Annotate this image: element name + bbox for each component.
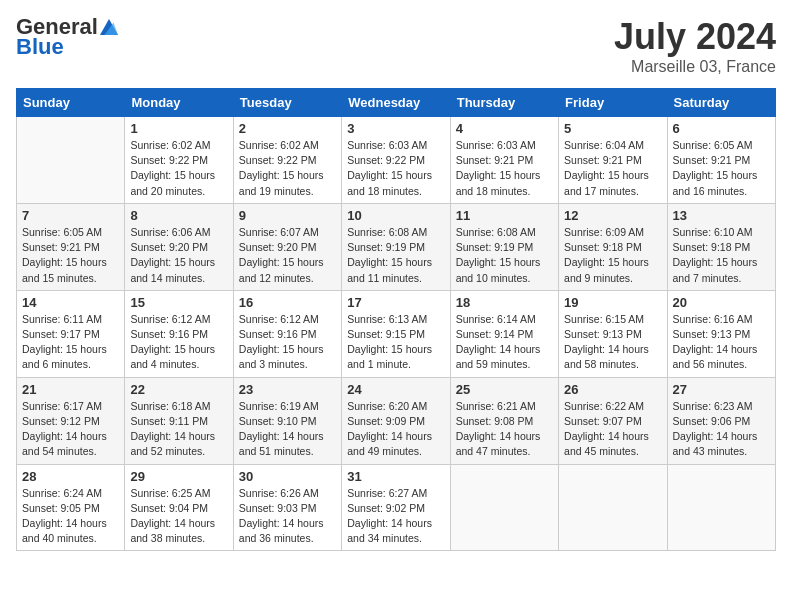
day-info: Sunrise: 6:12 AM Sunset: 9:16 PM Dayligh… (130, 312, 227, 373)
calendar-day: 29Sunrise: 6:25 AM Sunset: 9:04 PM Dayli… (125, 464, 233, 551)
page-header: General Blue July 2024 Marseille 03, Fra… (16, 16, 776, 76)
day-info: Sunrise: 6:25 AM Sunset: 9:04 PM Dayligh… (130, 486, 227, 547)
month-title: July 2024 (614, 16, 776, 58)
calendar-day: 28Sunrise: 6:24 AM Sunset: 9:05 PM Dayli… (17, 464, 125, 551)
day-number: 28 (22, 469, 119, 484)
day-number: 16 (239, 295, 336, 310)
day-info: Sunrise: 6:10 AM Sunset: 9:18 PM Dayligh… (673, 225, 770, 286)
header-thursday: Thursday (450, 89, 558, 117)
calendar-table: SundayMondayTuesdayWednesdayThursdayFrid… (16, 88, 776, 551)
calendar-day: 7Sunrise: 6:05 AM Sunset: 9:21 PM Daylig… (17, 203, 125, 290)
day-number: 3 (347, 121, 444, 136)
day-info: Sunrise: 6:15 AM Sunset: 9:13 PM Dayligh… (564, 312, 661, 373)
day-info: Sunrise: 6:17 AM Sunset: 9:12 PM Dayligh… (22, 399, 119, 460)
calendar-day: 22Sunrise: 6:18 AM Sunset: 9:11 PM Dayli… (125, 377, 233, 464)
day-number: 6 (673, 121, 770, 136)
location-title: Marseille 03, France (614, 58, 776, 76)
day-info: Sunrise: 6:07 AM Sunset: 9:20 PM Dayligh… (239, 225, 336, 286)
day-info: Sunrise: 6:02 AM Sunset: 9:22 PM Dayligh… (130, 138, 227, 199)
day-number: 9 (239, 208, 336, 223)
day-number: 19 (564, 295, 661, 310)
day-number: 20 (673, 295, 770, 310)
logo-icon (100, 18, 118, 36)
calendar-day: 23Sunrise: 6:19 AM Sunset: 9:10 PM Dayli… (233, 377, 341, 464)
day-info: Sunrise: 6:23 AM Sunset: 9:06 PM Dayligh… (673, 399, 770, 460)
calendar-day: 16Sunrise: 6:12 AM Sunset: 9:16 PM Dayli… (233, 290, 341, 377)
day-info: Sunrise: 6:21 AM Sunset: 9:08 PM Dayligh… (456, 399, 553, 460)
calendar-day: 14Sunrise: 6:11 AM Sunset: 9:17 PM Dayli… (17, 290, 125, 377)
day-info: Sunrise: 6:13 AM Sunset: 9:15 PM Dayligh… (347, 312, 444, 373)
calendar-day: 20Sunrise: 6:16 AM Sunset: 9:13 PM Dayli… (667, 290, 775, 377)
day-number: 11 (456, 208, 553, 223)
day-info: Sunrise: 6:20 AM Sunset: 9:09 PM Dayligh… (347, 399, 444, 460)
header-saturday: Saturday (667, 89, 775, 117)
calendar-day: 5Sunrise: 6:04 AM Sunset: 9:21 PM Daylig… (559, 117, 667, 204)
calendar-day: 9Sunrise: 6:07 AM Sunset: 9:20 PM Daylig… (233, 203, 341, 290)
calendar-day (17, 117, 125, 204)
day-number: 8 (130, 208, 227, 223)
day-number: 5 (564, 121, 661, 136)
calendar-day: 12Sunrise: 6:09 AM Sunset: 9:18 PM Dayli… (559, 203, 667, 290)
day-number: 18 (456, 295, 553, 310)
day-info: Sunrise: 6:03 AM Sunset: 9:21 PM Dayligh… (456, 138, 553, 199)
calendar-day: 27Sunrise: 6:23 AM Sunset: 9:06 PM Dayli… (667, 377, 775, 464)
calendar-header-row: SundayMondayTuesdayWednesdayThursdayFrid… (17, 89, 776, 117)
calendar-day: 6Sunrise: 6:05 AM Sunset: 9:21 PM Daylig… (667, 117, 775, 204)
calendar-day (667, 464, 775, 551)
day-number: 21 (22, 382, 119, 397)
day-number: 17 (347, 295, 444, 310)
day-info: Sunrise: 6:11 AM Sunset: 9:17 PM Dayligh… (22, 312, 119, 373)
calendar-day: 3Sunrise: 6:03 AM Sunset: 9:22 PM Daylig… (342, 117, 450, 204)
day-number: 12 (564, 208, 661, 223)
day-number: 4 (456, 121, 553, 136)
day-number: 25 (456, 382, 553, 397)
calendar-day: 2Sunrise: 6:02 AM Sunset: 9:22 PM Daylig… (233, 117, 341, 204)
day-info: Sunrise: 6:08 AM Sunset: 9:19 PM Dayligh… (347, 225, 444, 286)
header-monday: Monday (125, 89, 233, 117)
calendar-day: 8Sunrise: 6:06 AM Sunset: 9:20 PM Daylig… (125, 203, 233, 290)
day-info: Sunrise: 6:22 AM Sunset: 9:07 PM Dayligh… (564, 399, 661, 460)
day-info: Sunrise: 6:27 AM Sunset: 9:02 PM Dayligh… (347, 486, 444, 547)
day-number: 1 (130, 121, 227, 136)
day-number: 23 (239, 382, 336, 397)
day-info: Sunrise: 6:08 AM Sunset: 9:19 PM Dayligh… (456, 225, 553, 286)
day-number: 13 (673, 208, 770, 223)
day-number: 31 (347, 469, 444, 484)
header-wednesday: Wednesday (342, 89, 450, 117)
calendar-week-2: 7Sunrise: 6:05 AM Sunset: 9:21 PM Daylig… (17, 203, 776, 290)
month-title-block: July 2024 Marseille 03, France (614, 16, 776, 76)
calendar-day: 1Sunrise: 6:02 AM Sunset: 9:22 PM Daylig… (125, 117, 233, 204)
calendar-day: 15Sunrise: 6:12 AM Sunset: 9:16 PM Dayli… (125, 290, 233, 377)
calendar-day: 24Sunrise: 6:20 AM Sunset: 9:09 PM Dayli… (342, 377, 450, 464)
day-info: Sunrise: 6:05 AM Sunset: 9:21 PM Dayligh… (673, 138, 770, 199)
day-number: 10 (347, 208, 444, 223)
calendar-day (559, 464, 667, 551)
calendar-day: 17Sunrise: 6:13 AM Sunset: 9:15 PM Dayli… (342, 290, 450, 377)
day-info: Sunrise: 6:12 AM Sunset: 9:16 PM Dayligh… (239, 312, 336, 373)
calendar-week-4: 21Sunrise: 6:17 AM Sunset: 9:12 PM Dayli… (17, 377, 776, 464)
day-number: 27 (673, 382, 770, 397)
calendar-week-1: 1Sunrise: 6:02 AM Sunset: 9:22 PM Daylig… (17, 117, 776, 204)
calendar-day (450, 464, 558, 551)
day-info: Sunrise: 6:09 AM Sunset: 9:18 PM Dayligh… (564, 225, 661, 286)
day-number: 22 (130, 382, 227, 397)
calendar-day: 25Sunrise: 6:21 AM Sunset: 9:08 PM Dayli… (450, 377, 558, 464)
day-number: 2 (239, 121, 336, 136)
day-info: Sunrise: 6:06 AM Sunset: 9:20 PM Dayligh… (130, 225, 227, 286)
header-tuesday: Tuesday (233, 89, 341, 117)
day-info: Sunrise: 6:19 AM Sunset: 9:10 PM Dayligh… (239, 399, 336, 460)
header-sunday: Sunday (17, 89, 125, 117)
day-number: 15 (130, 295, 227, 310)
day-number: 24 (347, 382, 444, 397)
day-number: 7 (22, 208, 119, 223)
calendar-week-5: 28Sunrise: 6:24 AM Sunset: 9:05 PM Dayli… (17, 464, 776, 551)
day-info: Sunrise: 6:02 AM Sunset: 9:22 PM Dayligh… (239, 138, 336, 199)
logo: General Blue (16, 16, 118, 60)
header-friday: Friday (559, 89, 667, 117)
calendar-day: 31Sunrise: 6:27 AM Sunset: 9:02 PM Dayli… (342, 464, 450, 551)
calendar-day: 26Sunrise: 6:22 AM Sunset: 9:07 PM Dayli… (559, 377, 667, 464)
calendar-week-3: 14Sunrise: 6:11 AM Sunset: 9:17 PM Dayli… (17, 290, 776, 377)
calendar-day: 13Sunrise: 6:10 AM Sunset: 9:18 PM Dayli… (667, 203, 775, 290)
day-info: Sunrise: 6:18 AM Sunset: 9:11 PM Dayligh… (130, 399, 227, 460)
calendar-day: 11Sunrise: 6:08 AM Sunset: 9:19 PM Dayli… (450, 203, 558, 290)
